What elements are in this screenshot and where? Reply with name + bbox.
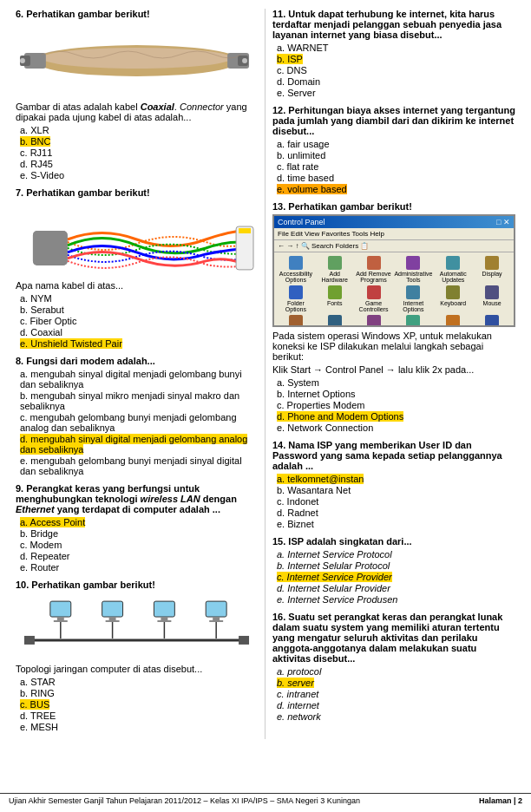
list-item: e. mengubah gelombang bunyi menjadi siny… bbox=[20, 455, 258, 476]
coaxial-cable-image bbox=[16, 22, 258, 100]
q11-options: a. WARNET b. ISP c. DNS d. Domain e. Ser… bbox=[272, 43, 515, 98]
list-item: a. STAR bbox=[20, 677, 258, 687]
q11-title: 11. Untuk dapat terhubung ke internet, k… bbox=[272, 9, 515, 40]
list-item: e. Server bbox=[277, 88, 515, 98]
svg-rect-28 bbox=[213, 617, 220, 620]
list-item: e. Unshield Twisted Pair bbox=[20, 338, 258, 349]
winxp-icon: Game Controllers bbox=[356, 285, 392, 312]
q12-options: a. fair usage b. unlimited c. flat rate … bbox=[272, 139, 515, 194]
q9-title: 9. Perangkat keras yang berfungsi untuk … bbox=[16, 483, 258, 514]
q12-title: 12. Perhitungan biaya akses internet yan… bbox=[272, 105, 515, 136]
list-item: e. volume based bbox=[277, 184, 515, 194]
list-item: c. Properties Modem bbox=[277, 400, 515, 410]
winxp-icon: Keyboard bbox=[435, 285, 471, 312]
winxp-icon: Network Connections bbox=[278, 315, 314, 327]
winxp-icon: Regional Options bbox=[435, 315, 471, 327]
winxp-icon: Scanners bbox=[474, 315, 510, 327]
list-item: c. BUS bbox=[20, 699, 258, 710]
list-item: d. Domain bbox=[277, 76, 515, 87]
winxp-icon: Administrative Tools bbox=[394, 256, 432, 283]
list-item: b. Internet Options bbox=[277, 389, 515, 399]
winxp-icon: Mouse bbox=[474, 285, 510, 312]
question-9: 9. Perangkat keras yang berfungsi untuk … bbox=[16, 483, 258, 573]
q8-options: a. mengubah sinyal digital menjadi gelom… bbox=[16, 369, 258, 476]
winxp-icon: Internet Options bbox=[394, 285, 432, 312]
list-item: c. intranet bbox=[277, 689, 515, 699]
question-11: 11. Untuk dapat terhubung ke internet, k… bbox=[272, 9, 515, 98]
bus-topology-image bbox=[16, 593, 258, 662]
winxp-content: Accessibility Options Add Hardware Add R… bbox=[274, 252, 514, 327]
right-column: 11. Untuk dapat terhubung ke internet, k… bbox=[266, 9, 522, 739]
list-item: d. RJ45 bbox=[20, 159, 258, 169]
list-item: e. network bbox=[277, 711, 515, 722]
list-item: c. Fiber Optic bbox=[20, 316, 258, 326]
q6-number: 6. Perhatikan gambar berikut! bbox=[16, 9, 258, 19]
list-item: e. Network Connection bbox=[277, 422, 515, 433]
list-item: e. Biznet bbox=[277, 519, 515, 529]
question-13: 13. Perhatikan gambar berikut! Control P… bbox=[272, 201, 515, 433]
svg-rect-29 bbox=[209, 620, 223, 622]
list-item: d. Repeater bbox=[20, 551, 258, 561]
list-item: d. Phone and Modem Options bbox=[277, 411, 515, 422]
svg-rect-21 bbox=[106, 620, 120, 622]
list-item: d. Radnet bbox=[277, 508, 515, 518]
list-item: d. mengubah sinyal digital menjadi gelom… bbox=[20, 434, 258, 455]
footer-left: Ujian Akhir Semester Ganjil Tahun Pelaja… bbox=[9, 796, 360, 805]
question-16: 16. Suatu set perangkat keras dan perang… bbox=[272, 612, 515, 722]
winxp-addressbar: ← → ↑ 🔍 Search Folders 📋 bbox=[274, 240, 514, 252]
svg-rect-11 bbox=[33, 231, 68, 265]
svg-rect-24 bbox=[161, 617, 167, 620]
winxp-icon: Add Remove Programs bbox=[356, 256, 392, 283]
q9-options: a. Access Point b. Bridge c. Modem d. Re… bbox=[16, 517, 258, 573]
list-item: a. mengubah sinyal digital menjadi gelom… bbox=[20, 369, 258, 390]
svg-rect-27 bbox=[206, 601, 226, 617]
winxp-icon: Phone and Modem bbox=[317, 315, 353, 327]
question-7: 7. Perhatikan gambar berikut! bbox=[16, 187, 258, 349]
list-item: c. Internet Service Provider bbox=[277, 572, 515, 582]
svg-rect-15 bbox=[50, 601, 71, 617]
twisted-pair-image bbox=[16, 200, 258, 278]
list-item: b. Internet Selular Protocol bbox=[277, 560, 515, 571]
list-item: b. Wasantara Net bbox=[277, 485, 515, 495]
winxp-icon: Accessibility Options bbox=[278, 256, 314, 283]
winxp-icon: Automatic Updates bbox=[435, 256, 471, 283]
list-item: d. TREE bbox=[20, 710, 258, 721]
list-item: a. fair usage bbox=[277, 139, 515, 149]
winxp-toolbar: File Edit View Favorites Tools Help bbox=[274, 228, 514, 240]
list-item: b. RING bbox=[20, 688, 258, 698]
q6-options: a. XLR b. BNC c. RJ11 d. RJ45 e. S-Video bbox=[16, 125, 258, 180]
footer-right: Halaman | 2 bbox=[479, 796, 522, 805]
q13-steps: Klik Start → Control Panel → lalu klik 2… bbox=[272, 364, 515, 375]
q16-options: a. protocol b. server c. intranet d. int… bbox=[272, 666, 515, 722]
list-item: b. server bbox=[277, 678, 515, 688]
q16-title: 16. Suatu set perangkat keras dan perang… bbox=[272, 612, 515, 664]
question-15: 15. ISP adalah singkatan dari... a. Inte… bbox=[272, 536, 515, 605]
list-item: c. Indonet bbox=[277, 496, 515, 507]
svg-rect-17 bbox=[54, 620, 68, 622]
list-item: e. Internet Service Produsen bbox=[277, 594, 515, 605]
svg-point-1 bbox=[42, 48, 232, 69]
q14-title: 14. Nama ISP yang memberikan User ID dan… bbox=[272, 440, 515, 471]
list-item: c. Modem bbox=[20, 540, 258, 550]
winxp-icon: Power Options bbox=[356, 315, 392, 327]
question-8: 8. Fungsi dari modem adalah... a. mengub… bbox=[16, 356, 258, 476]
svg-point-6 bbox=[20, 58, 25, 63]
svg-rect-20 bbox=[109, 617, 116, 620]
list-item: b. ISP bbox=[277, 54, 515, 64]
winxp-icon: Folder Options bbox=[278, 285, 314, 312]
list-item: d. internet bbox=[277, 700, 515, 710]
q14-options: a. telkomnet@instan b. Wasantara Net c. … bbox=[272, 474, 515, 529]
list-item: a. NYM bbox=[20, 293, 258, 304]
list-item: d. Coaxial bbox=[20, 327, 258, 337]
list-item: c. RJ11 bbox=[20, 147, 258, 158]
q7-number: 7. Perhatikan gambar berikut! bbox=[16, 187, 258, 198]
q6-caption: Gambar di atas adalah kabel Coaxial. Con… bbox=[16, 102, 258, 122]
q13-title: 13. Perhatikan gambar berikut! bbox=[272, 201, 515, 212]
list-item: e. Router bbox=[20, 562, 258, 573]
q10-caption: Topologi jaringan computer di atas diseb… bbox=[16, 664, 258, 674]
svg-rect-16 bbox=[57, 617, 64, 620]
list-item: b. Serabut bbox=[20, 304, 258, 315]
list-item: d. time based bbox=[277, 173, 515, 183]
winxp-control-panel-image: Control Panel □ ✕ File Edit View Favorit… bbox=[272, 214, 515, 327]
q15-title: 15. ISP adalah singkatan dari... bbox=[272, 536, 515, 547]
